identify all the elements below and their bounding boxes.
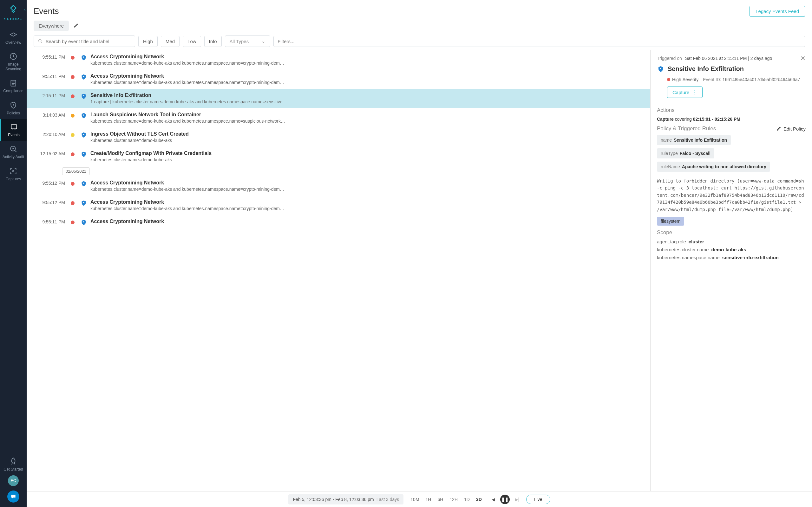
event-subtitle: 1 capture | kubernetes.cluster.name=demo… — [90, 99, 643, 104]
playback-controls: |◀ ❚❚ ▶| — [489, 495, 521, 504]
shield-icon — [80, 131, 87, 138]
sidebar-item-compliance[interactable]: Compliance — [0, 75, 27, 97]
time-presets: 10M1H6H12H1D3D — [409, 496, 484, 503]
sidebar-item-image-scanning[interactable]: Image Scanning — [0, 49, 27, 75]
event-subtitle: kubernetes.cluster.name=demo-kube-aks an… — [90, 80, 643, 85]
shield-icon — [80, 54, 87, 61]
sidebar-item-activity-audit[interactable]: Activity Audit — [0, 141, 27, 163]
filter-row: High Med Low Info All Types ⌄ — [27, 36, 812, 50]
scope-line: kubernetes.namespace.namesensitive-info-… — [657, 255, 806, 260]
live-button[interactable]: Live — [526, 495, 550, 504]
chevron-down-icon: ⌄ — [261, 38, 265, 44]
svg-point-4 — [13, 170, 14, 172]
sidebar-item-label: Compliance — [3, 89, 23, 93]
edit-policy-button[interactable]: Edit Policy — [776, 126, 806, 131]
sidebar-item-get-started[interactable]: Get Started — [0, 453, 27, 475]
skip-back-icon[interactable]: |◀ — [489, 495, 497, 504]
event-title: Launch Suspicious Network Tool in Contai… — [90, 112, 643, 118]
more-icon: ⋮ — [693, 89, 697, 95]
triggered-label: Triggered on — [657, 56, 682, 61]
date-divider: 02/05/2021 — [62, 169, 650, 174]
scope-heading: Scope — [657, 229, 806, 236]
triggered-value: Sat Feb 06 2021 at 2:15:11 PM | 2 days a… — [685, 56, 772, 61]
pause-icon[interactable]: ❚❚ — [500, 495, 510, 504]
search-field[interactable] — [46, 39, 131, 44]
time-preset-3D[interactable]: 3D — [474, 496, 484, 503]
time-preset-1D[interactable]: 1D — [462, 496, 472, 503]
event-title: Access Cryptomining Network — [90, 54, 643, 60]
types-select[interactable]: All Types ⌄ — [225, 36, 270, 47]
event-title: Access Cryptomining Network — [90, 219, 643, 224]
time-preset-1H[interactable]: 1H — [424, 496, 433, 503]
shield-icon — [80, 219, 87, 226]
event-subtitle: kubernetes.cluster.name=demo-kube-aks an… — [90, 60, 643, 66]
sidebar-item-label: Activity Audit — [3, 155, 24, 159]
skip-forward-icon[interactable]: ▶| — [513, 495, 521, 504]
header: Events Legacy Events Feed — [27, 0, 812, 20]
severity-info-button[interactable]: Info — [204, 36, 222, 47]
time-preset-6H[interactable]: 6H — [436, 496, 445, 503]
event-title: Sensitive Info Exfiltration — [90, 93, 643, 98]
capture-button[interactable]: Capture ⋮ — [667, 87, 703, 98]
scope-row: Everywhere — [27, 20, 812, 36]
event-id: Event ID: 1661485e40ac017d55abf02b464b66… — [703, 77, 800, 82]
scope-chip[interactable]: Everywhere — [34, 20, 69, 31]
severity-low-button[interactable]: Low — [183, 36, 201, 47]
time-range[interactable]: Feb 5, 12:03:36 pm - Feb 8, 12:03:36 pm … — [288, 494, 403, 504]
event-row[interactable]: 3:14:03 AM Launch Suspicious Network Too… — [27, 108, 650, 127]
event-time: 2:20:10 AM — [35, 131, 65, 137]
event-row[interactable]: 9:55:12 PM Access Cryptomining Network k… — [27, 195, 650, 215]
time-preset-10M[interactable]: 10M — [409, 496, 421, 503]
severity-dot — [71, 114, 74, 118]
sidebar-item-events[interactable]: Events — [0, 119, 27, 141]
scope-line: kubernetes.cluster.namedemo-kube-aks — [657, 247, 806, 252]
event-title: Access Cryptomining Network — [90, 180, 643, 186]
event-row[interactable]: 2:20:10 AM Ingress Object Without TLS Ce… — [27, 127, 650, 147]
svg-rect-2 — [11, 124, 16, 129]
close-icon[interactable]: ✕ — [800, 55, 806, 62]
page-title: Events — [34, 6, 59, 16]
time-preset-12H[interactable]: 12H — [448, 496, 460, 503]
filters-input[interactable] — [273, 36, 805, 47]
avatar[interactable]: EC — [8, 475, 19, 486]
event-subtitle: kubernetes.cluster.name=demo-kube-aks — [90, 138, 643, 143]
event-row[interactable]: 2:15:11 PM Sensitive Info Exfiltration 1… — [27, 89, 650, 108]
severity-dot — [71, 221, 74, 224]
sidebar-item-overview[interactable]: Overview — [0, 26, 27, 49]
sidebar-item-captures[interactable]: Captures — [0, 163, 27, 185]
sidebar-item-label: Overview — [5, 40, 21, 45]
event-title: Ingress Object Without TLS Cert Created — [90, 131, 643, 137]
scope-line: agent.tag.rolecluster — [657, 239, 806, 244]
chat-button[interactable] — [7, 491, 19, 503]
detail-panel: Triggered on Sat Feb 06 2021 at 2:15:11 … — [650, 50, 812, 507]
severity-dot — [71, 201, 74, 205]
event-title: Access Cryptomining Network — [90, 199, 643, 205]
event-subtitle: kubernetes.cluster.name=demo-kube-aks an… — [90, 118, 643, 124]
event-subtitle: kubernetes.cluster.name=demo-kube-aks an… — [90, 206, 643, 211]
event-time: 12:15:02 AM — [35, 151, 65, 156]
severity-med-button[interactable]: Med — [161, 36, 180, 47]
legacy-events-button[interactable]: Legacy Events Feed — [750, 6, 805, 17]
event-row[interactable]: 12:15:02 AM Create/Modify Configmap With… — [27, 147, 650, 166]
event-row[interactable]: 9:55:11 PM Access Cryptomining Network k… — [27, 69, 650, 89]
event-time: 2:15:11 PM — [35, 93, 65, 98]
sidebar-item-label: Policies — [7, 111, 20, 115]
rule-chip: nameSensitive Info Exfiltration — [657, 135, 731, 145]
search-input[interactable] — [34, 36, 135, 47]
severity-high-button[interactable]: High — [138, 36, 158, 47]
shield-icon — [80, 151, 87, 158]
event-row[interactable]: 9:55:12 PM Access Cryptomining Network k… — [27, 176, 650, 195]
event-list[interactable]: 9:55:11 PM Access Cryptomining Network k… — [27, 50, 650, 507]
severity-dot — [71, 133, 74, 137]
sidebar-item-policies[interactable]: Policies — [0, 97, 27, 119]
pencil-icon[interactable] — [73, 22, 79, 29]
shield-icon — [80, 112, 87, 119]
severity-dot — [71, 95, 74, 98]
svg-point-3 — [10, 147, 15, 151]
brand-logo[interactable]: › — [7, 4, 19, 16]
tag-filesystem[interactable]: filesystem — [657, 217, 684, 226]
event-row[interactable]: 9:55:11 PM Access Cryptomining Network k… — [27, 50, 650, 69]
event-row[interactable]: 9:55:11 PM Access Cryptomining Network — [27, 215, 650, 230]
brand-name: SECURE — [4, 17, 22, 21]
severity-dot — [71, 75, 74, 79]
